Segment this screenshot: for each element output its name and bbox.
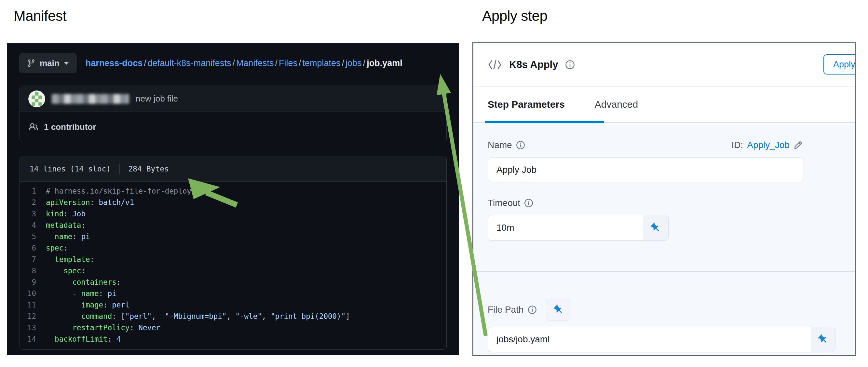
code-token: pi: [108, 288, 117, 299]
line-number[interactable]: 3: [20, 208, 46, 220]
code-token: image: [81, 299, 103, 311]
code-token: -: [46, 288, 81, 299]
code-line: 13 restartPolicy: Never: [20, 322, 446, 334]
github-top-row: main harness-docs/default-k8s-manifests/…: [20, 53, 447, 73]
screenshot-canvas: Manifest Apply step main harness-docs/de…: [0, 0, 868, 367]
code-token: "perl": [125, 311, 152, 322]
code-token: :: [103, 299, 112, 311]
timeout-label-group: Timeout: [488, 198, 533, 208]
step-title: K8s Apply: [509, 59, 558, 70]
commit-author-redacted: [52, 94, 129, 104]
code-token: :: [81, 265, 86, 277]
code-token: perl: [112, 299, 129, 311]
code-token: backoffLimit: [55, 334, 108, 345]
code-token: :: [72, 231, 81, 242]
contributors-count[interactable]: 1 contributor: [44, 122, 96, 132]
code-token: 4: [117, 334, 121, 345]
breadcrumb-item[interactable]: harness-docs: [86, 58, 143, 68]
apply-changes-button[interactable]: Apply: [824, 54, 856, 74]
code-token: ,: [262, 311, 271, 322]
blob-header-divider: [119, 164, 120, 174]
code-token: spec: [63, 265, 81, 277]
line-number[interactable]: 10: [20, 288, 46, 299]
blob-size-stat: 284 Bytes: [128, 165, 169, 173]
line-number[interactable]: 5: [20, 231, 46, 242]
code-token: [46, 265, 63, 277]
code-token: "-Mbignum=bpi": [165, 311, 227, 322]
branch-selector-button[interactable]: main: [20, 53, 76, 73]
code-line: 7 template:: [20, 254, 446, 265]
pin-toggle-button[interactable]: [643, 215, 668, 240]
blob-lines-stat: 14 lines (14 sloc): [30, 165, 111, 173]
code-line: 4metadata:: [20, 220, 446, 231]
line-number[interactable]: 8: [20, 265, 46, 277]
code-token: :: [63, 242, 68, 254]
code-token: apiVersion: [46, 197, 90, 208]
info-icon[interactable]: [565, 60, 575, 70]
line-number[interactable]: 14: [20, 334, 46, 345]
breadcrumb-item[interactable]: jobs: [345, 58, 362, 68]
step-parameters-form: Name ID: Apply_Job: [473, 124, 855, 355]
line-number[interactable]: 13: [20, 322, 46, 334]
timeout-input[interactable]: [488, 215, 643, 240]
timeout-label: Timeout: [488, 198, 520, 208]
code-token: [46, 322, 72, 334]
chevron-down-icon: [64, 62, 69, 65]
breadcrumb-item[interactable]: Files: [279, 58, 297, 68]
commit-author-avatar[interactable]: [28, 90, 45, 108]
step-id-group: ID: Apply_Job: [731, 140, 803, 150]
tab-step-parameters[interactable]: Step Parameters: [488, 99, 565, 110]
commit-message[interactable]: new job file: [136, 94, 178, 104]
file-blob-card: 14 lines (14 sloc) 284 Bytes 1# harness.…: [20, 156, 447, 350]
code-token: :: [81, 220, 86, 231]
pin-toggle-button[interactable]: [546, 299, 571, 321]
step-header: K8s Apply Apply: [473, 42, 855, 87]
tab-advanced[interactable]: Advanced: [595, 99, 638, 110]
latest-commit-card: new job file 1 contributor: [20, 86, 447, 142]
breadcrumb-item[interactable]: default-k8s-manifests: [148, 58, 231, 68]
line-number[interactable]: 11: [20, 299, 46, 311]
timeout-input-group: [488, 215, 669, 241]
code-token: [46, 311, 81, 322]
code-area: 1# harness.io/skip-file-for-deploy2apiVe…: [20, 182, 446, 349]
pin-toggle-button[interactable]: [811, 327, 835, 352]
line-number[interactable]: 12: [20, 311, 46, 322]
code-token: :: [129, 322, 138, 334]
file-path-label-group: File Path: [488, 305, 537, 315]
code-token: [46, 231, 55, 242]
file-path-input[interactable]: [488, 327, 811, 352]
code-token: [46, 299, 81, 311]
code-line: 2apiVersion: batch/v1: [20, 197, 446, 208]
line-number[interactable]: 1: [20, 185, 46, 197]
code-token: Never: [138, 322, 160, 334]
line-number[interactable]: 4: [20, 220, 46, 231]
line-number[interactable]: 9: [20, 277, 46, 288]
info-icon[interactable]: [516, 141, 525, 150]
info-icon[interactable]: [528, 305, 537, 314]
name-input[interactable]: [488, 157, 804, 182]
code-token: spec: [46, 242, 63, 254]
info-icon[interactable]: [524, 198, 533, 208]
code-token: name: [81, 288, 99, 299]
name-id-row: Name ID: Apply_Job: [488, 140, 840, 150]
line-number[interactable]: 2: [20, 197, 46, 208]
breadcrumb-item[interactable]: templates: [303, 58, 341, 68]
code-token: ,: [226, 311, 235, 322]
breadcrumb-item: job.yaml: [367, 58, 402, 68]
name-label-group: Name: [488, 140, 525, 150]
active-tab-indicator: [485, 121, 604, 123]
code-line: 14 backoffLimit: 4: [20, 334, 446, 345]
file-path-label: File Path: [488, 305, 524, 315]
code-token: [46, 254, 55, 265]
branch-name: main: [40, 58, 60, 68]
code-token: ]: [345, 311, 350, 322]
line-number[interactable]: 7: [20, 254, 46, 265]
section-divider: [473, 271, 855, 272]
git-branch-icon: [27, 59, 35, 67]
step-id-link[interactable]: Apply_Job: [747, 140, 789, 150]
breadcrumb-item[interactable]: Manifests: [236, 58, 274, 68]
code-line: 10 - name: pi: [20, 288, 446, 299]
edit-pencil-icon[interactable]: [794, 141, 803, 150]
line-number[interactable]: 6: [20, 242, 46, 254]
code-token: :: [90, 197, 99, 208]
